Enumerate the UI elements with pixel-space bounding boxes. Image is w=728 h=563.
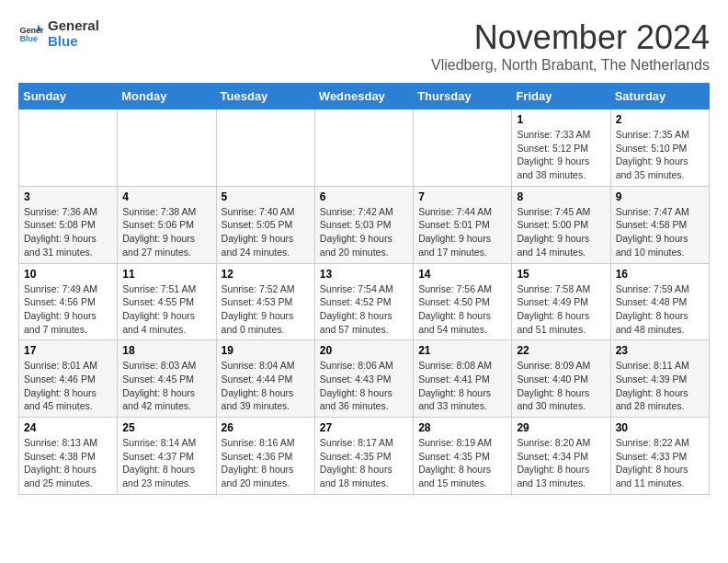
page-header: General Blue General Blue November 2024 … <box>18 18 710 74</box>
weekday-header-sunday: Sunday <box>19 84 118 109</box>
calendar-cell: 22Sunrise: 8:09 AM Sunset: 4:40 PM Dayli… <box>512 340 610 418</box>
day-number: 20 <box>320 344 408 357</box>
calendar-cell: 30Sunrise: 8:22 AM Sunset: 4:33 PM Dayli… <box>610 418 709 495</box>
calendar-cell <box>118 109 216 187</box>
day-number: 8 <box>517 190 605 203</box>
calendar-cell: 29Sunrise: 8:20 AM Sunset: 4:34 PM Dayli… <box>512 418 610 495</box>
calendar-cell: 11Sunrise: 7:51 AM Sunset: 4:55 PM Dayli… <box>118 263 216 340</box>
day-info: Sunrise: 7:54 AM Sunset: 4:52 PM Dayligh… <box>320 282 408 337</box>
calendar-cell: 4Sunrise: 7:38 AM Sunset: 5:06 PM Daylig… <box>118 186 216 263</box>
calendar-cell <box>414 109 512 187</box>
calendar-cell: 15Sunrise: 7:58 AM Sunset: 4:49 PM Dayli… <box>512 263 610 340</box>
month-title: November 2024 <box>431 18 710 57</box>
day-number: 18 <box>122 344 210 357</box>
day-number: 4 <box>122 190 210 203</box>
day-number: 9 <box>616 190 704 203</box>
day-number: 25 <box>122 421 210 434</box>
calendar-cell: 21Sunrise: 8:08 AM Sunset: 4:41 PM Dayli… <box>414 340 512 418</box>
calendar-cell: 5Sunrise: 7:40 AM Sunset: 5:05 PM Daylig… <box>216 186 314 263</box>
day-number: 24 <box>24 421 112 434</box>
day-info: Sunrise: 8:01 AM Sunset: 4:46 PM Dayligh… <box>24 359 112 413</box>
day-number: 11 <box>122 268 210 281</box>
weekday-header-friday: Friday <box>512 84 610 109</box>
day-number: 15 <box>517 268 605 281</box>
calendar-week-2: 3Sunrise: 7:36 AM Sunset: 5:08 PM Daylig… <box>19 186 710 263</box>
calendar-cell: 7Sunrise: 7:44 AM Sunset: 5:01 PM Daylig… <box>414 186 512 263</box>
weekday-header-tuesday: Tuesday <box>216 84 314 109</box>
calendar-cell <box>19 109 118 187</box>
day-info: Sunrise: 8:13 AM Sunset: 4:38 PM Dayligh… <box>24 436 112 490</box>
calendar-cell: 23Sunrise: 8:11 AM Sunset: 4:39 PM Dayli… <box>610 340 709 418</box>
calendar-cell: 6Sunrise: 7:42 AM Sunset: 5:03 PM Daylig… <box>314 186 413 263</box>
day-info: Sunrise: 7:35 AM Sunset: 5:10 PM Dayligh… <box>616 128 704 182</box>
day-number: 2 <box>616 113 704 126</box>
day-number: 17 <box>24 344 112 357</box>
day-info: Sunrise: 8:14 AM Sunset: 4:37 PM Dayligh… <box>122 436 210 490</box>
day-number: 12 <box>222 268 310 281</box>
calendar-cell: 10Sunrise: 7:49 AM Sunset: 4:56 PM Dayli… <box>19 263 118 340</box>
day-number: 5 <box>222 190 310 203</box>
day-number: 28 <box>418 421 506 434</box>
day-info: Sunrise: 7:45 AM Sunset: 5:00 PM Dayligh… <box>517 205 605 259</box>
svg-text:General: General <box>19 25 44 34</box>
day-info: Sunrise: 7:58 AM Sunset: 4:49 PM Dayligh… <box>517 282 605 337</box>
calendar-cell: 19Sunrise: 8:04 AM Sunset: 4:44 PM Dayli… <box>216 340 314 418</box>
day-number: 10 <box>24 268 112 281</box>
calendar-week-4: 17Sunrise: 8:01 AM Sunset: 4:46 PM Dayli… <box>19 340 710 418</box>
day-info: Sunrise: 8:17 AM Sunset: 4:35 PM Dayligh… <box>320 436 408 490</box>
calendar-cell: 9Sunrise: 7:47 AM Sunset: 4:58 PM Daylig… <box>610 186 709 263</box>
calendar-week-1: 1Sunrise: 7:33 AM Sunset: 5:12 PM Daylig… <box>19 109 710 187</box>
day-info: Sunrise: 8:03 AM Sunset: 4:45 PM Dayligh… <box>122 359 210 413</box>
logo-text-general: General <box>48 18 99 34</box>
svg-text:Blue: Blue <box>19 34 38 43</box>
day-number: 19 <box>222 344 310 357</box>
day-info: Sunrise: 8:11 AM Sunset: 4:39 PM Dayligh… <box>616 359 704 413</box>
day-info: Sunrise: 7:56 AM Sunset: 4:50 PM Dayligh… <box>418 282 506 337</box>
day-info: Sunrise: 7:49 AM Sunset: 4:56 PM Dayligh… <box>24 282 112 337</box>
day-number: 30 <box>616 421 704 434</box>
calendar-cell: 12Sunrise: 7:52 AM Sunset: 4:53 PM Dayli… <box>216 263 314 340</box>
day-number: 29 <box>517 421 605 434</box>
day-info: Sunrise: 8:19 AM Sunset: 4:35 PM Dayligh… <box>418 436 506 490</box>
calendar-cell: 13Sunrise: 7:54 AM Sunset: 4:52 PM Dayli… <box>314 263 413 340</box>
location: Vliedberg, North Brabant, The Netherland… <box>431 57 710 74</box>
day-info: Sunrise: 7:38 AM Sunset: 5:06 PM Dayligh… <box>122 205 210 259</box>
day-info: Sunrise: 7:59 AM Sunset: 4:48 PM Dayligh… <box>616 282 704 337</box>
day-number: 16 <box>616 268 704 281</box>
weekday-header-saturday: Saturday <box>610 84 709 109</box>
calendar-cell: 16Sunrise: 7:59 AM Sunset: 4:48 PM Dayli… <box>610 263 709 340</box>
calendar-cell: 25Sunrise: 8:14 AM Sunset: 4:37 PM Dayli… <box>118 418 216 495</box>
day-info: Sunrise: 7:44 AM Sunset: 5:01 PM Dayligh… <box>418 205 506 259</box>
calendar-cell: 24Sunrise: 8:13 AM Sunset: 4:38 PM Dayli… <box>19 418 118 495</box>
day-info: Sunrise: 7:40 AM Sunset: 5:05 PM Dayligh… <box>222 205 310 259</box>
weekday-header-thursday: Thursday <box>414 84 512 109</box>
day-info: Sunrise: 7:33 AM Sunset: 5:12 PM Dayligh… <box>517 128 605 182</box>
day-info: Sunrise: 7:42 AM Sunset: 5:03 PM Dayligh… <box>320 205 408 259</box>
calendar-cell: 2Sunrise: 7:35 AM Sunset: 5:10 PM Daylig… <box>610 109 709 187</box>
day-info: Sunrise: 8:16 AM Sunset: 4:36 PM Dayligh… <box>222 436 310 490</box>
day-info: Sunrise: 7:51 AM Sunset: 4:55 PM Dayligh… <box>122 282 210 337</box>
calendar-cell <box>314 109 413 187</box>
day-info: Sunrise: 8:06 AM Sunset: 4:43 PM Dayligh… <box>320 359 408 413</box>
day-number: 27 <box>320 421 408 434</box>
calendar-week-5: 24Sunrise: 8:13 AM Sunset: 4:38 PM Dayli… <box>19 418 710 495</box>
day-number: 7 <box>418 190 506 203</box>
day-number: 21 <box>418 344 506 357</box>
weekday-header-wednesday: Wednesday <box>314 84 413 109</box>
calendar-table: SundayMondayTuesdayWednesdayThursdayFrid… <box>18 83 710 495</box>
day-number: 26 <box>222 421 310 434</box>
day-info: Sunrise: 8:20 AM Sunset: 4:34 PM Dayligh… <box>517 436 605 490</box>
day-info: Sunrise: 8:22 AM Sunset: 4:33 PM Dayligh… <box>616 436 704 490</box>
title-block: November 2024 Vliedberg, North Brabant, … <box>431 18 710 74</box>
calendar-week-3: 10Sunrise: 7:49 AM Sunset: 4:56 PM Dayli… <box>19 263 710 340</box>
calendar-cell: 17Sunrise: 8:01 AM Sunset: 4:46 PM Dayli… <box>19 340 118 418</box>
day-info: Sunrise: 7:47 AM Sunset: 4:58 PM Dayligh… <box>616 205 704 259</box>
calendar-cell: 20Sunrise: 8:06 AM Sunset: 4:43 PM Dayli… <box>314 340 413 418</box>
day-number: 13 <box>320 268 408 281</box>
weekday-header-monday: Monday <box>118 84 216 109</box>
day-info: Sunrise: 8:09 AM Sunset: 4:40 PM Dayligh… <box>517 359 605 413</box>
day-info: Sunrise: 8:08 AM Sunset: 4:41 PM Dayligh… <box>418 359 506 413</box>
calendar-cell: 3Sunrise: 7:36 AM Sunset: 5:08 PM Daylig… <box>19 186 118 263</box>
calendar-cell: 18Sunrise: 8:03 AM Sunset: 4:45 PM Dayli… <box>118 340 216 418</box>
day-number: 22 <box>517 344 605 357</box>
